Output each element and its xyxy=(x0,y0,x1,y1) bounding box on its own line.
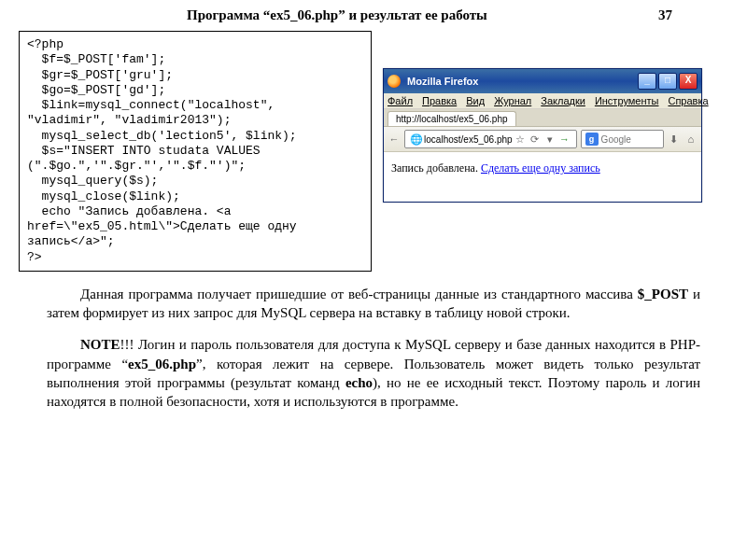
text-bold-echo: echo xyxy=(345,375,373,390)
bookmark-star-icon[interactable]: ☆ xyxy=(513,132,528,147)
search-placeholder: Google xyxy=(601,134,631,145)
text-bold-filename: ex5_06.php xyxy=(128,357,196,371)
code-line: $go=$_POST['gd']; xyxy=(27,83,165,97)
globe-icon: 🌐 xyxy=(409,132,424,147)
maximize-button[interactable]: □ xyxy=(658,73,677,90)
menu-bar: Файл Правка Вид Журнал Закладки Инструме… xyxy=(384,93,701,109)
menu-bookmarks[interactable]: Закладки xyxy=(541,95,585,106)
dropdown-icon[interactable]: ▾ xyxy=(543,132,557,147)
google-badge-icon: g xyxy=(585,133,599,146)
menu-file[interactable]: Файл xyxy=(388,95,413,106)
url-input[interactable]: 🌐 localhost/ex5_06.php ☆ ⟳ ▾ → xyxy=(404,130,577,148)
go-icon[interactable]: → xyxy=(557,132,572,147)
code-line: <?php xyxy=(27,37,63,51)
code-line: ?> xyxy=(27,250,42,264)
code-line: $s="INSERT INTO studata VALUES xyxy=(27,144,261,158)
text-bold-post: $_POST xyxy=(638,287,688,301)
search-input[interactable]: g Google xyxy=(581,130,664,148)
window-title: Mozilla Firefox xyxy=(403,76,638,87)
download-icon[interactable]: ⬇ xyxy=(668,132,681,147)
code-line: $link=mysql_connect("localhost", xyxy=(27,98,275,112)
paragraph-2: NOTE!!! Логин и пароль пользователя для … xyxy=(47,335,700,411)
body-text: Данная программа получает пришедшие от в… xyxy=(0,272,747,412)
menu-help[interactable]: Справка xyxy=(668,95,708,106)
browser-content: Запись добавлена. Сделать еще одну запис… xyxy=(384,152,701,202)
code-line: echo "Запись добавлена. <a xyxy=(27,204,231,218)
url-text: localhost/ex5_06.php xyxy=(424,134,513,145)
text-run: Данная программа получает пришедшие от в… xyxy=(80,287,638,301)
php-code-listing: <?php $f=$_POST['fam']; $gr=$_POST['gru'… xyxy=(19,31,372,272)
home-icon[interactable]: ⌂ xyxy=(684,132,698,147)
back-icon[interactable]: ← xyxy=(388,132,401,147)
menu-view[interactable]: Вид xyxy=(466,95,485,106)
browser-column: Mozilla Firefox _ □ X Файл Правка Вид Жу… xyxy=(383,31,728,203)
code-line: mysql_select_db('lection5', $link); xyxy=(27,129,297,143)
menu-history[interactable]: Журнал xyxy=(494,95,531,106)
content-link[interactable]: Сделать еще одну запись xyxy=(481,161,600,175)
firefox-logo-icon xyxy=(388,75,401,88)
reload-icon[interactable]: ⟳ xyxy=(528,132,543,147)
code-line: $gr=$_POST['gru']; xyxy=(27,68,173,82)
main-row: <?php $f=$_POST['fam']; $gr=$_POST['gru'… xyxy=(0,27,747,272)
content-text: Запись добавлена. xyxy=(391,161,481,175)
menu-edit[interactable]: Правка xyxy=(422,95,457,106)
tab-label: http://localhost/ex5_06.php xyxy=(396,114,508,124)
code-line: (".$go.",'".$gr."','".$f."')"; xyxy=(27,159,246,173)
address-toolbar: ← 🌐 localhost/ex5_06.php ☆ ⟳ ▾ → g Googl… xyxy=(384,127,701,152)
code-line: mysql_close($link); xyxy=(27,189,180,203)
window-titlebar[interactable]: Mozilla Firefox _ □ X xyxy=(384,69,701,93)
code-line: $f=$_POST['fam']; xyxy=(27,52,165,66)
slide-header: Программа “ex5_06.php” и результат ее ра… xyxy=(0,0,747,27)
paragraph-1: Данная программа получает пришедшие от в… xyxy=(47,285,700,323)
text-bold-note: NOTE xyxy=(80,337,120,352)
code-line: запись</a>"; xyxy=(27,234,115,248)
menu-tools[interactable]: Инструменты xyxy=(595,95,659,106)
code-line: href=\"ex5_05.html\">Сделать еще одну xyxy=(27,219,297,233)
page-number: 37 xyxy=(658,7,672,23)
browser-tab[interactable]: http://localhost/ex5_06.php xyxy=(388,111,516,126)
firefox-window: Mozilla Firefox _ □ X Файл Правка Вид Жу… xyxy=(383,68,702,203)
code-line: "vladimir", "vladimir2013"); xyxy=(27,113,231,127)
tab-bar: http://localhost/ex5_06.php xyxy=(384,109,701,127)
slide-title: Программа “ex5_06.php” и результат ее ра… xyxy=(187,7,487,23)
code-line: mysql_query($s); xyxy=(27,174,158,188)
close-button[interactable]: X xyxy=(679,73,698,90)
minimize-button[interactable]: _ xyxy=(638,73,656,90)
